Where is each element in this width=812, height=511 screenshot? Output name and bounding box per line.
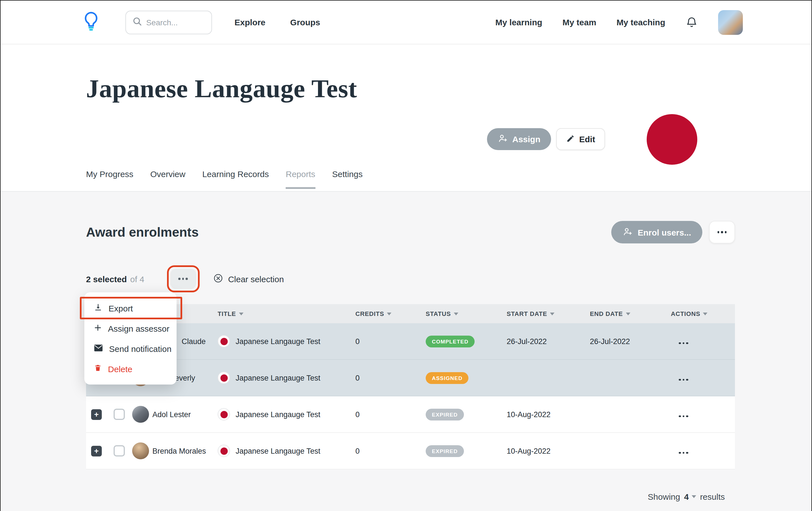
- status-badge: EXPIRED: [426, 409, 464, 420]
- user-name: Claude: [182, 337, 206, 345]
- course-artwork-japan-flag: [647, 114, 697, 165]
- edit-button[interactable]: Edit: [556, 128, 605, 150]
- column-header-credits[interactable]: CREDITS: [354, 310, 425, 317]
- course-flag-icon: [218, 445, 230, 457]
- credits-value: 0: [354, 447, 425, 455]
- tab-overview[interactable]: Overview: [150, 169, 185, 189]
- reports-content: Award enrolments Enrol users... 2 select…: [1, 192, 811, 511]
- row-actions-button[interactable]: [679, 415, 688, 417]
- results-label: results: [700, 492, 725, 502]
- pencil-icon: [566, 134, 575, 144]
- enrolments-table: TITLE CREDITS STATUS START DATE END DATE…: [86, 304, 735, 470]
- row-checkbox[interactable]: [114, 409, 125, 420]
- column-header-status[interactable]: STATUS: [425, 310, 505, 317]
- primary-nav: Explore Groups: [234, 18, 320, 27]
- tab-settings[interactable]: Settings: [332, 169, 362, 189]
- notifications-bell-icon[interactable]: [686, 16, 698, 28]
- start-date: 26-Jul-2022: [505, 337, 589, 345]
- nav-my-learning[interactable]: My learning: [495, 18, 542, 27]
- expand-row-button[interactable]: +: [91, 446, 102, 456]
- menu-item-assign-assessor[interactable]: Assign assessor: [84, 318, 177, 338]
- profile-avatar[interactable]: [718, 10, 743, 35]
- tab-reports[interactable]: Reports: [286, 169, 315, 189]
- column-header-end-date[interactable]: END DATE: [589, 310, 670, 317]
- search-input[interactable]: [146, 18, 205, 27]
- nav-explore[interactable]: Explore: [234, 18, 265, 27]
- user-name: Adol Lester: [152, 410, 191, 419]
- cell-actions: [670, 446, 736, 456]
- table-row: + Beverly Japanese Langauge Test 0 ASSIG…: [86, 360, 735, 396]
- row-checkbox[interactable]: [114, 445, 125, 456]
- nav-groups[interactable]: Groups: [290, 18, 320, 27]
- course-tabs: My Progress Overview Learning Records Re…: [1, 169, 811, 192]
- assign-person-icon: [498, 133, 508, 145]
- page-title: Japanese Langauge Test: [86, 73, 357, 103]
- course-title: Japanese Langauge Test: [236, 410, 320, 419]
- menu-item-label: Send notification: [109, 344, 172, 353]
- top-navbar: Explore Groups My learning My team My te…: [1, 1, 811, 44]
- column-header-start-date[interactable]: START DATE: [505, 310, 589, 317]
- section-actions: Enrol users...: [611, 221, 735, 243]
- bulk-actions-menu: Export Assign assessor Send notification: [84, 292, 177, 385]
- user-nav: My learning My team My teaching: [495, 10, 743, 35]
- chevron-down-icon: [692, 495, 696, 498]
- page: Explore Groups My learning My team My te…: [0, 0, 812, 511]
- row-actions-button[interactable]: [679, 452, 688, 454]
- enrol-users-label: Enrol users...: [638, 228, 691, 237]
- credits-value: 0: [354, 337, 425, 345]
- cell-actions: [670, 336, 736, 346]
- search-box[interactable]: [125, 10, 212, 34]
- table-row: + Brenda Morales Japanese Langauge Test …: [86, 433, 735, 470]
- ellipsis-icon: [178, 278, 188, 280]
- sort-caret-icon: [703, 312, 708, 315]
- header-actions: Assign Edit: [487, 128, 605, 150]
- results-count: 4: [684, 492, 689, 502]
- sort-caret-icon: [454, 312, 458, 315]
- tab-my-progress[interactable]: My Progress: [86, 169, 133, 189]
- sort-caret-icon: [239, 312, 243, 315]
- expand-row-button[interactable]: +: [91, 409, 102, 420]
- bulk-actions-button[interactable]: [170, 269, 196, 289]
- download-icon: [94, 303, 103, 313]
- trash-icon: [94, 364, 102, 374]
- cell-name: + Brenda Morales: [86, 443, 216, 459]
- course-flag-icon: [218, 371, 230, 384]
- cell-title: Japanese Langauge Test: [216, 445, 354, 457]
- enrol-users-button[interactable]: Enrol users...: [611, 221, 702, 243]
- menu-item-export[interactable]: Export: [84, 298, 177, 318]
- table-footer: Showing 4 results: [86, 492, 735, 502]
- search-icon: [133, 17, 142, 28]
- column-header-title[interactable]: TITLE: [216, 310, 354, 317]
- course-title: Japanese Langauge Test: [236, 373, 320, 382]
- course-flag-icon: [218, 335, 230, 348]
- table-row: + Adol Lester Japanese Langauge Test 0 E…: [86, 396, 735, 433]
- course-flag-icon: [218, 408, 230, 420]
- menu-item-label: Assign assessor: [108, 324, 169, 333]
- results-count-dropdown[interactable]: 4: [684, 492, 696, 502]
- row-actions-button[interactable]: [679, 342, 688, 344]
- clear-selection-button[interactable]: Clear selection: [213, 273, 284, 285]
- section-more-button[interactable]: [709, 221, 735, 243]
- column-header-actions[interactable]: ACTIONS: [670, 310, 736, 317]
- cell-actions: [670, 373, 736, 383]
- row-actions-button[interactable]: [679, 379, 688, 381]
- user-avatar: [132, 406, 149, 423]
- section-title: Award enrolments: [86, 224, 199, 240]
- clear-selection-label: Clear selection: [228, 274, 284, 283]
- nav-my-team[interactable]: My team: [562, 18, 596, 27]
- credits-value: 0: [354, 410, 425, 419]
- start-date: 10-Aug-2022: [505, 447, 589, 455]
- showing-label: Showing: [648, 492, 680, 502]
- tab-learning-records[interactable]: Learning Records: [202, 169, 269, 189]
- start-date: 10-Aug-2022: [505, 410, 589, 419]
- assign-button[interactable]: Assign: [487, 128, 551, 150]
- sort-caret-icon: [626, 312, 630, 315]
- selection-count: 2 selected: [86, 274, 127, 283]
- menu-item-send-notification[interactable]: Send notification: [84, 338, 177, 359]
- brand-logo[interactable]: [83, 11, 99, 33]
- end-date: 26-Jul-2022: [589, 337, 670, 345]
- cell-status: EXPIRED: [425, 409, 505, 420]
- selection-toolbar: 2 selected of 4 Clear selection: [86, 268, 735, 290]
- menu-item-delete[interactable]: Delete: [84, 359, 177, 379]
- nav-my-teaching[interactable]: My teaching: [617, 18, 665, 27]
